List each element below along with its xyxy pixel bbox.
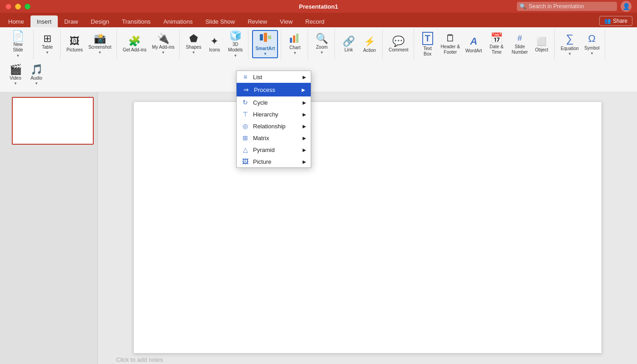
window-controls — [5, 4, 30, 10]
my-addins-button[interactable]: 🔌 My Add-ins ▼ — [150, 30, 177, 58]
tab-bar: Home Insert Draw Design Transitions Anim… — [0, 13, 637, 27]
search-icon: 🔍 — [520, 3, 526, 10]
ribbon-group-smartart: SmartArt ▼ — [249, 29, 281, 59]
shapes-arrow: ▼ — [192, 51, 195, 55]
slide-number-label: SlideNumber — [512, 44, 528, 55]
wordart-label: WordArt — [465, 48, 482, 53]
audio-arrow: ▼ — [35, 81, 38, 86]
tab-animations[interactable]: Animations — [157, 15, 199, 27]
action-label: Action — [363, 48, 376, 53]
menu-item-picture[interactable]: 🖼 Picture ▶ — [237, 156, 311, 167]
icons-icon: ✦ — [210, 36, 218, 46]
tab-view[interactable]: View — [273, 15, 299, 27]
link-icon: 🔗 — [343, 36, 355, 46]
notes-placeholder: Click to add notes — [107, 356, 163, 363]
video-arrow: ▼ — [14, 81, 17, 86]
new-slide-button[interactable]: 📄 NewSlide ▼ — [5, 30, 30, 58]
symbol-button[interactable]: Ω Symbol ▼ — [582, 30, 602, 58]
tab-review[interactable]: Review — [241, 15, 273, 27]
video-label: Video — [10, 76, 21, 81]
audio-icon: 🎵 — [30, 65, 43, 75]
slide-panel: 1 Click to add notes — [0, 92, 637, 364]
minimize-button[interactable] — [15, 4, 21, 10]
header-footer-button[interactable]: 🗒 Header &Footer — [439, 30, 462, 58]
menu-process-arrow: ▶ — [302, 87, 305, 92]
shapes-button[interactable]: ⬟ Shapes ▼ — [183, 30, 203, 58]
menu-item-pyramid[interactable]: △ Pyramid ▶ — [237, 144, 311, 156]
search-input[interactable] — [517, 2, 617, 11]
shapes-label: Shapes — [186, 45, 201, 50]
menu-item-process[interactable]: ⇒ Process ▶ — [237, 83, 311, 96]
table-label: Table — [42, 45, 53, 50]
3d-models-icon: 🧊 — [229, 31, 242, 41]
video-icon: 🎬 — [10, 65, 22, 75]
menu-pyramid-label: Pyramid — [253, 147, 275, 153]
menu-item-hierarchy[interactable]: ⊤ Hierarchy ▶ — [237, 108, 311, 120]
menu-picture-label: Picture — [253, 158, 271, 165]
menu-cycle-arrow: ▶ — [303, 100, 306, 105]
new-slide-arrow: ▼ — [16, 54, 20, 58]
menu-matrix-label: Matrix — [253, 135, 269, 142]
menu-item-relationship[interactable]: ◎ Relationship ▶ — [237, 120, 311, 132]
wordart-icon: A — [470, 35, 477, 47]
ribbon-group-illustrations: ⬟ Shapes ▼ ✦ Icons 🧊 3DModels ▼ — [181, 29, 248, 59]
get-addins-button[interactable]: 🧩 Get Add-ins — [121, 30, 149, 58]
pictures-label: Pictures — [66, 47, 83, 52]
menu-cycle-label: Cycle — [253, 99, 268, 106]
share-button[interactable]: 👥 Share — [599, 16, 632, 26]
shapes-icon: ⬟ — [189, 34, 198, 44]
icons-button[interactable]: ✦ Icons — [204, 30, 224, 58]
date-time-label: Date &Time — [490, 44, 504, 55]
date-time-icon: 📅 — [490, 33, 503, 43]
link-button[interactable]: 🔗 Link — [339, 30, 359, 58]
tab-insert[interactable]: Insert — [30, 15, 58, 27]
tab-home[interactable]: Home — [2, 15, 30, 27]
user-avatar[interactable]: 👤 — [621, 1, 632, 12]
slide-thumbnail-1[interactable] — [12, 97, 94, 145]
screenshot-arrow: ▼ — [98, 51, 101, 55]
tab-record[interactable]: Record — [299, 15, 331, 27]
tab-design[interactable]: Design — [85, 15, 116, 27]
ribbon-group-media: 🎬 Video ▼ 🎵 Audio ▼ — [3, 60, 49, 90]
tab-slideshow[interactable]: Slide Show — [199, 15, 241, 27]
smartart-arrow: ▼ — [263, 52, 267, 56]
menu-process-label: Process — [254, 86, 275, 93]
menu-item-matrix[interactable]: ⊞ Matrix ▶ — [237, 132, 311, 144]
tab-draw[interactable]: Draw — [58, 15, 84, 27]
ribbon-group-addins: 🧩 Get Add-ins 🔌 My Add-ins ▼ — [118, 29, 180, 59]
link-label: Link — [344, 47, 353, 52]
maximize-button[interactable] — [25, 4, 30, 10]
menu-item-list[interactable]: ≡ List ▶ — [237, 71, 311, 83]
slide-number-button[interactable]: # SlideNumber — [509, 30, 531, 58]
slide-canvas[interactable] — [133, 101, 602, 354]
wordart-button[interactable]: A WordArt — [463, 30, 485, 58]
pictures-button[interactable]: 🖼 Pictures — [64, 30, 85, 58]
menu-item-cycle[interactable]: ↻ Cycle ▶ — [237, 96, 311, 108]
svg-rect-0 — [260, 34, 263, 40]
audio-label: Audio — [30, 76, 42, 81]
chart-button[interactable]: Chart ▼ — [285, 30, 305, 58]
equation-button[interactable]: ∑ Equation ▼ — [558, 30, 581, 58]
get-addins-label: Get Add-ins — [123, 47, 147, 52]
textbox-button[interactable]: T TextBox — [418, 30, 438, 58]
object-button[interactable]: ⬜ Object — [531, 30, 551, 58]
close-button[interactable] — [5, 4, 11, 10]
screenshot-button[interactable]: 📸 Screenshot ▼ — [86, 30, 114, 58]
zoom-icon: 🔍 — [316, 34, 328, 44]
audio-button[interactable]: 🎵 Audio ▼ — [26, 61, 46, 89]
3d-models-arrow: ▼ — [233, 54, 237, 58]
menu-matrix-arrow: ▶ — [303, 136, 306, 141]
ribbon-group-comments: 💬 Comment — [384, 29, 414, 59]
3d-models-button[interactable]: 🧊 3DModels ▼ — [225, 30, 245, 58]
smartart-button[interactable]: SmartArt ▼ — [252, 30, 278, 58]
header-footer-label: Header &Footer — [441, 44, 460, 55]
table-button[interactable]: ⊞ Table ▼ — [37, 30, 57, 58]
3d-models-label: 3DModels — [228, 42, 243, 53]
zoom-button[interactable]: 🔍 Zoom ▼ — [312, 30, 332, 58]
date-time-button[interactable]: 📅 Date &Time — [485, 30, 508, 58]
tab-transitions[interactable]: Transitions — [116, 15, 157, 27]
action-button[interactable]: ⚡ Action — [359, 30, 379, 58]
video-button[interactable]: 🎬 Video ▼ — [5, 61, 25, 89]
smartart-icon — [259, 32, 271, 45]
comment-button[interactable]: 💬 Comment — [386, 30, 410, 58]
